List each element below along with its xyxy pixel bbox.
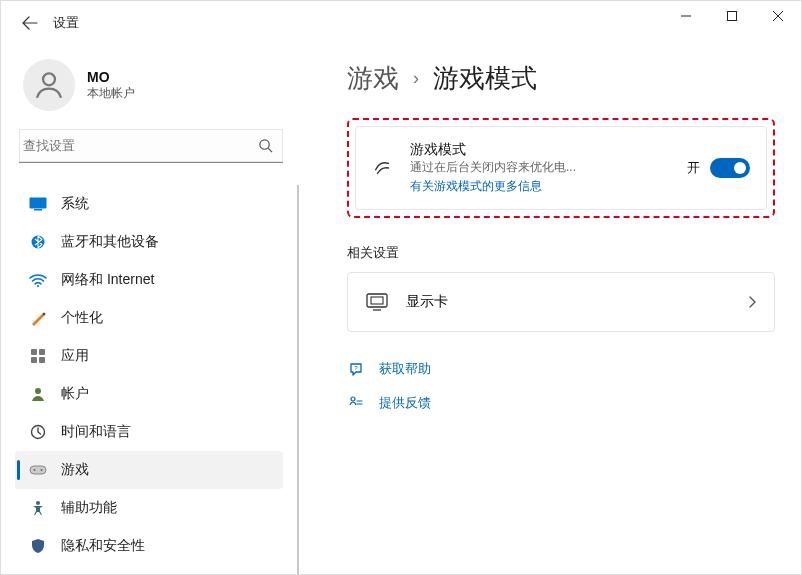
nav-accounts[interactable]: 帐户 [15,375,299,413]
time-icon [29,423,47,441]
minimize-button[interactable] [663,1,709,31]
svg-rect-6 [34,209,42,211]
svg-text:?: ? [354,365,358,371]
svg-rect-19 [367,294,387,307]
help-icon: ? [347,361,365,377]
svg-point-17 [41,469,43,471]
display-label: 显示卡 [406,293,730,311]
nav-label: 应用 [61,347,89,365]
game-mode-desc: 通过在后台关闭内容来优化电... [410,159,671,176]
breadcrumb: 游戏 › 游戏模式 [347,61,775,96]
game-mode-icon [372,157,394,179]
game-mode-link[interactable]: 有关游戏模式的更多信息 [410,178,542,195]
svg-rect-11 [31,357,37,363]
account-type: 本地帐户 [87,85,135,102]
help-links: ? 获取帮助 提供反馈 [347,360,775,412]
feedback-label: 提供反馈 [379,394,431,412]
svg-point-18 [36,501,40,505]
nav-time[interactable]: 时间和语言 [15,413,299,451]
accounts-icon [29,385,47,403]
svg-rect-10 [39,349,45,355]
nav-accessibility[interactable]: 辅助功能 [15,489,299,527]
svg-point-16 [34,469,36,471]
svg-line-4 [268,148,272,152]
breadcrumb-current: 游戏模式 [433,61,537,96]
display-card[interactable]: 显示卡 [347,272,775,332]
search-input[interactable] [23,138,258,153]
nav-label: 隐私和安全性 [61,537,145,555]
gaming-icon [29,461,47,479]
toggle-state-label: 开 [687,159,700,177]
chevron-right-icon: › [413,68,419,89]
svg-rect-5 [30,198,47,209]
nav-label: 网络和 Internet [61,271,154,289]
nav-personalization[interactable]: 个性化 [15,299,299,337]
game-mode-card: 游戏模式 通过在后台关闭内容来优化电... 有关游戏模式的更多信息 开 [355,126,767,210]
feedback-icon [347,395,365,411]
feedback-link[interactable]: 提供反馈 [347,394,775,412]
svg-point-8 [37,285,39,287]
svg-point-13 [35,388,41,394]
nav-gaming[interactable]: 游戏 [15,451,283,489]
nav-label: 蓝牙和其他设备 [61,233,159,251]
sidebar: MO 本地帐户 系统 蓝牙和其他设备 网络和 Internet [1,45,299,574]
maximize-button[interactable] [709,1,755,31]
svg-rect-1 [728,12,737,21]
nav-apps[interactable]: 应用 [15,337,299,375]
personalization-icon [29,309,47,327]
nav-label: 帐户 [61,385,89,403]
nav-list: 系统 蓝牙和其他设备 网络和 Internet 个性化 应用 帐户 [15,185,299,565]
svg-rect-12 [39,357,45,363]
nav-label: 系统 [61,195,89,213]
apps-icon [29,347,47,365]
nav-system[interactable]: 系统 [15,185,299,223]
privacy-icon [29,537,47,555]
content-area: 游戏 › 游戏模式 游戏模式 通过在后台关闭内容来优化电... 有关游戏模式的更… [299,45,801,574]
account-name: MO [87,69,135,85]
svg-rect-20 [371,297,383,304]
window-controls [663,1,801,31]
window-title: 设置 [53,14,79,32]
accessibility-icon [29,499,47,517]
svg-rect-15 [30,466,46,474]
account-block[interactable]: MO 本地帐户 [15,45,299,129]
game-mode-title: 游戏模式 [410,141,671,159]
game-mode-toggle[interactable] [710,158,750,178]
nav-label: 个性化 [61,309,103,327]
bluetooth-icon [29,233,47,251]
nav-label: 时间和语言 [61,423,131,441]
network-icon [29,271,47,289]
chevron-right-icon [748,296,756,308]
breadcrumb-parent[interactable]: 游戏 [347,61,399,96]
svg-rect-9 [31,349,37,355]
avatar [23,59,75,111]
nav-label: 游戏 [61,461,89,479]
search-icon [258,138,273,153]
get-help-label: 获取帮助 [379,360,431,378]
close-button[interactable] [755,1,801,31]
search-box[interactable] [19,129,283,163]
highlight-box: 游戏模式 通过在后台关闭内容来优化电... 有关游戏模式的更多信息 开 [347,118,775,218]
svg-point-3 [260,140,269,149]
display-icon [366,293,388,311]
svg-point-23 [351,397,355,401]
svg-point-2 [43,73,55,85]
related-heading: 相关设置 [347,244,775,262]
nav-bluetooth[interactable]: 蓝牙和其他设备 [15,223,299,261]
nav-label: 辅助功能 [61,499,117,517]
nav-privacy[interactable]: 隐私和安全性 [15,527,299,565]
back-button[interactable] [21,14,39,32]
system-icon [29,195,47,213]
get-help-link[interactable]: ? 获取帮助 [347,360,775,378]
nav-network[interactable]: 网络和 Internet [15,261,299,299]
